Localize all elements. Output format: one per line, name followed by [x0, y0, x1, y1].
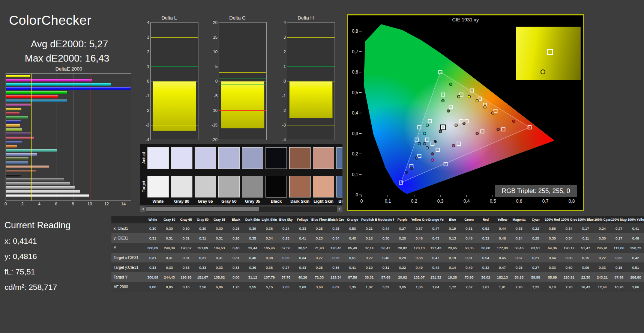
delta-c-ytick-label: 5: [208, 64, 218, 69]
table-cell: 0,52: [477, 223, 494, 233]
table-cell: 128,43: [327, 243, 344, 253]
target-swatch-black[interactable]: [266, 176, 287, 197]
table-column-header: 100% Blue: [577, 216, 594, 223]
target-swatch-blue-sky[interactable]: [336, 176, 342, 197]
swatch-column: Blue Sky: [336, 147, 342, 205]
table-cell: 3,68: [311, 282, 327, 292]
target-swatch-gray-50[interactable]: [218, 176, 240, 197]
target-swatch-white[interactable]: [147, 176, 169, 197]
delta-c-ytick-label: -15: [208, 123, 218, 127]
target-row-label: Target: [140, 176, 147, 197]
table-cell: 107,79: [261, 272, 278, 282]
table-cell: 151,67: [194, 272, 211, 282]
table-row: Y308,89249,39198,57151,89104,530,4029,44…: [111, 243, 644, 253]
table-cell: 87,56: [344, 272, 361, 282]
delta-h-ytick-label: 1: [276, 64, 286, 69]
table-cell: 0,15: [577, 253, 594, 262]
delta-h-ytick-label: 4: [276, 20, 286, 25]
deltae-gridline: [73, 74, 74, 200]
cie-y-tick-label: 0,1: [352, 172, 358, 177]
deltae-xtick-label: 12: [104, 202, 109, 206]
actual-swatch-light-skin[interactable]: [313, 147, 334, 169]
deltae-ref-line: [90, 74, 90, 200]
table-row: Target Y308,89244,43196,95151,67105,620,…: [111, 272, 644, 282]
table-cell: 127,43: [428, 243, 444, 253]
table-cell: 0,34: [327, 233, 344, 243]
cie-measured-marker: [426, 146, 429, 149]
scrollbar-right-button[interactable]: ►: [337, 206, 342, 212]
deltae-bar: [6, 79, 92, 81]
table-cell: 0,60: [561, 262, 577, 272]
deltae-bar: [6, 87, 131, 90]
delta-chart-delta-h: Delta H43210-1-2-3-4: [276, 15, 335, 140]
table-cell: 0,15: [611, 262, 627, 272]
table-column-header: Gray 80: [161, 216, 177, 223]
cie-measured-marker: [450, 83, 452, 86]
target-swatch-light-skin[interactable]: [313, 176, 334, 197]
cie-measured-marker: [513, 120, 515, 122]
table-column-header: Yellow Green: [411, 216, 427, 223]
delta-chart-delta-c: Delta C20151050-5-10-15-20: [208, 15, 267, 140]
deltae-bar: [6, 133, 32, 135]
table-column-header: 100% Magenta: [611, 216, 627, 223]
scrollbar-track[interactable]: [146, 206, 337, 212]
actual-swatch-gray-80[interactable]: [171, 147, 192, 169]
table-cell: 151,89: [194, 243, 211, 253]
swatch-label: Gray 50: [218, 199, 240, 203]
table-cell: 0,19: [444, 253, 461, 262]
table-cell: 7,22: [527, 282, 544, 292]
table-column-header: Red: [477, 216, 494, 223]
table-cell: 58,15: [511, 272, 527, 282]
table-cell: 0,49: [461, 262, 477, 272]
table-cell: 57,76: [278, 272, 294, 282]
table-cell: 71,93: [311, 243, 327, 253]
swatch-panel: Actual Target WhiteGray 80Gray 65Gray 50…: [140, 144, 342, 205]
table-row-label: Y: [111, 243, 144, 253]
table-cell: 198,57: [178, 243, 194, 253]
cie-y-tick-label: 0: [356, 192, 358, 197]
cie-zoom-inset: [516, 27, 581, 80]
actual-swatch-gray-50[interactable]: [218, 147, 240, 169]
table-cell: 1,73: [228, 282, 244, 292]
measurement-table: WhiteGray 80Gray 65Gray 50Gray 35BlackDa…: [111, 216, 644, 292]
cie-y-tick-label: 0,4: [352, 110, 358, 116]
table-cell: 16,43: [577, 282, 594, 292]
cie-measured-marker: [405, 171, 408, 174]
actual-swatch-dark-skin[interactable]: [289, 147, 311, 169]
table-cell: 0,31: [161, 253, 177, 262]
max-de2000-readout: Max dE2000: 16,43: [25, 53, 110, 64]
table-cell: 8,85: [161, 282, 177, 292]
table-cell: 36,02: [477, 272, 494, 282]
cie-measured-marker: [423, 132, 426, 135]
deltae-bar: [6, 161, 28, 164]
scrollbar-thumb[interactable]: [146, 207, 259, 211]
actual-swatch-gray-65[interactable]: [195, 147, 216, 169]
table-cell: 0,22: [394, 262, 411, 272]
table-row-label: y: CIE31: [111, 233, 144, 243]
deltae-bar: [6, 91, 67, 94]
swatch-scrollbar[interactable]: ◄ ►: [140, 206, 342, 212]
delta-h-ytick-label: 3: [276, 35, 286, 39]
actual-swatch-white[interactable]: [147, 147, 169, 169]
table-column-header: 100% Yellow: [627, 216, 644, 223]
deltae-bar: [6, 178, 64, 181]
current-reading: Current Reading x: 0,4141 y: 0,4816 fL: …: [5, 220, 71, 298]
table-cell: 0,37: [411, 223, 427, 233]
actual-swatch-blue-sky[interactable]: [336, 147, 342, 169]
target-swatch-dark-skin[interactable]: [289, 176, 311, 197]
actual-swatch-gray-35[interactable]: [242, 147, 263, 169]
target-swatch-gray-80[interactable]: [171, 176, 192, 197]
delta-l-ref-line: [151, 66, 198, 67]
actual-swatch-black[interactable]: [266, 147, 287, 169]
table-cell: 0,27: [527, 262, 544, 272]
scrollbar-left-button[interactable]: ◄: [140, 206, 146, 212]
table-cell: 20,65: [444, 243, 461, 253]
table-cell: 10,20: [611, 282, 627, 292]
cie-measured-marker: [484, 105, 486, 108]
target-swatch-gray-65[interactable]: [195, 176, 216, 197]
delta-l-ref-line: [151, 37, 198, 38]
table-cell: 0,33: [544, 262, 560, 272]
table-column-header: Magenta: [511, 216, 527, 223]
target-swatch-gray-35[interactable]: [242, 176, 263, 197]
current-reading-y: y: 0,4816: [5, 252, 71, 261]
